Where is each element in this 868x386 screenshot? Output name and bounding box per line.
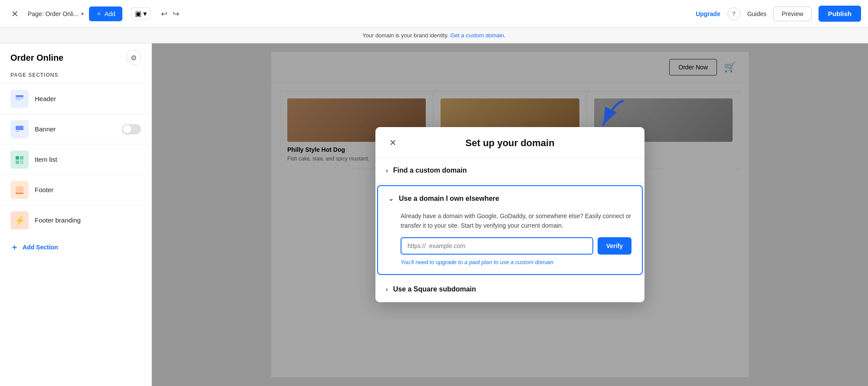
sidebar-item-footer-branding[interactable]: ⚡ Footer branding	[0, 205, 151, 235]
add-section-plus-icon: ＋	[10, 242, 18, 252]
svg-rect-5	[16, 156, 19, 160]
svg-rect-2	[16, 99, 21, 100]
use-own-description: Already have a domain with Google, GoDad…	[401, 211, 631, 231]
sections-label: PAGE SECTIONS	[0, 72, 151, 83]
sidebar-item-header[interactable]: Header	[0, 83, 151, 114]
page-selector-chevron-icon: ▾	[81, 11, 84, 17]
undo-redo-group: ↩ ↪	[159, 7, 181, 20]
accordion-find-custom-header[interactable]: › Find a custom domain	[375, 158, 644, 183]
view-chevron-icon: ▾	[143, 10, 147, 18]
svg-rect-10	[16, 193, 23, 194]
domain-banner: Your domain is your brand identity. Get …	[0, 28, 868, 43]
footer-section-label: Footer	[35, 186, 141, 193]
find-custom-label: Find a custom domain	[393, 167, 467, 174]
domain-banner-text: Your domain is your brand identity.	[362, 32, 449, 39]
header-section-label: Header	[35, 95, 141, 102]
modal-title: Set up your domain	[389, 137, 631, 149]
sidebar: Order Online ⚙ PAGE SECTIONS Header Bann…	[0, 43, 152, 386]
sidebar-item-footer[interactable]: Footer	[0, 174, 151, 205]
header-section-icon	[10, 90, 29, 108]
add-section-button[interactable]: ＋ Add Section	[0, 235, 151, 259]
svg-rect-9	[16, 186, 23, 192]
item-list-section-label: Item list	[35, 156, 141, 163]
domain-input-field[interactable]	[401, 237, 593, 255]
accordion-find-custom: › Find a custom domain	[375, 158, 644, 183]
page-title-row: Order Online ⚙	[0, 50, 151, 72]
upgrade-button[interactable]: Upgrade	[696, 10, 720, 17]
item-list-section-icon	[10, 150, 29, 169]
redo-button[interactable]: ↪	[171, 7, 181, 20]
square-subdomain-label: Use a Square subdomain	[393, 285, 476, 293]
svg-rect-1	[16, 98, 23, 98]
add-section-label: Add Section	[23, 244, 58, 251]
modal-wrapper: ✕ Set up your domain › Find a custom dom…	[375, 127, 644, 303]
banner-toggle[interactable]	[122, 124, 141, 134]
svg-rect-0	[16, 95, 23, 97]
sidebar-item-item-list[interactable]: Item list	[0, 144, 151, 174]
accordion-use-own-header[interactable]: ⌄ Use a domain I own elsewhere	[378, 186, 642, 211]
modal-body: › Find a custom domain ⌄ Use a domain I …	[375, 158, 644, 303]
desktop-view-icon: ▣	[135, 10, 141, 18]
modal-header: ✕ Set up your domain	[375, 127, 644, 158]
page-title: Order Online	[10, 53, 63, 63]
svg-rect-4	[16, 131, 19, 132]
toggle-knob	[123, 125, 132, 134]
topbar: ✕ Page: Order Onli... ▾ ＋ Add ▣ ▾ ↩ ↪ Up…	[0, 0, 868, 28]
footer-branding-section-icon: ⚡	[10, 211, 29, 229]
domain-input-row: Verify	[401, 237, 631, 255]
square-subdomain-chevron-icon: ›	[386, 286, 388, 293]
accordion-square-subdomain-header[interactable]: › Use a Square subdomain	[375, 277, 644, 302]
domain-banner-link[interactable]: Get a custom domain.	[450, 32, 506, 39]
domain-modal: ✕ Set up your domain › Find a custom dom…	[375, 127, 644, 303]
undo-button[interactable]: ↩	[159, 7, 169, 20]
accordion-square-subdomain: › Use a Square subdomain	[375, 277, 644, 302]
plus-icon: ＋	[96, 10, 102, 18]
view-toggle[interactable]: ▣ ▾	[131, 7, 151, 20]
use-own-chevron-icon: ⌄	[388, 195, 394, 202]
accordion-use-own: ⌄ Use a domain I own elsewhere Already h…	[377, 185, 643, 275]
svg-rect-3	[16, 126, 23, 130]
close-editor-button[interactable]: ✕	[7, 6, 23, 22]
banner-section-icon	[10, 120, 29, 138]
add-button[interactable]: ＋ Add	[89, 7, 122, 21]
guides-button[interactable]: Guides	[747, 10, 766, 17]
main-layout: Order Online ⚙ PAGE SECTIONS Header Bann…	[0, 43, 868, 386]
svg-rect-7	[16, 160, 19, 164]
page-settings-button[interactable]: ⚙	[126, 50, 141, 65]
canvas: Order Now 🛒 Philly Style Hot Dog Fish ca…	[152, 43, 868, 386]
accordion-use-own-content: Already have a domain with Google, GoDad…	[378, 211, 642, 275]
svg-rect-8	[20, 160, 23, 164]
svg-rect-6	[20, 156, 23, 160]
topbar-left: ✕ Page: Order Onli... ▾ ＋ Add ▣ ▾ ↩ ↪	[7, 6, 181, 22]
modal-close-button[interactable]: ✕	[386, 136, 400, 150]
page-label-text: Page: Order Onli...	[28, 10, 79, 17]
upgrade-notice: You'll need to upgrade to a paid plan to…	[401, 259, 631, 265]
page-selector[interactable]: Page: Order Onli... ▾	[28, 10, 84, 17]
modal-overlay: ✕ Set up your domain › Find a custom dom…	[152, 43, 868, 386]
sidebar-item-banner[interactable]: Banner	[0, 114, 151, 144]
topbar-right: Upgrade ? Guides Preview Publish	[696, 6, 861, 22]
footer-section-icon	[10, 181, 29, 199]
publish-button[interactable]: Publish	[819, 6, 861, 22]
help-button[interactable]: ?	[727, 7, 740, 20]
use-own-label: Use a domain I own elsewhere	[399, 195, 499, 203]
footer-branding-section-label: Footer branding	[35, 216, 141, 224]
verify-button[interactable]: Verify	[598, 237, 631, 255]
preview-button[interactable]: Preview	[773, 7, 812, 21]
find-custom-chevron-icon: ›	[386, 167, 388, 174]
banner-section-label: Banner	[35, 125, 122, 133]
arrow-annotation	[579, 97, 631, 131]
